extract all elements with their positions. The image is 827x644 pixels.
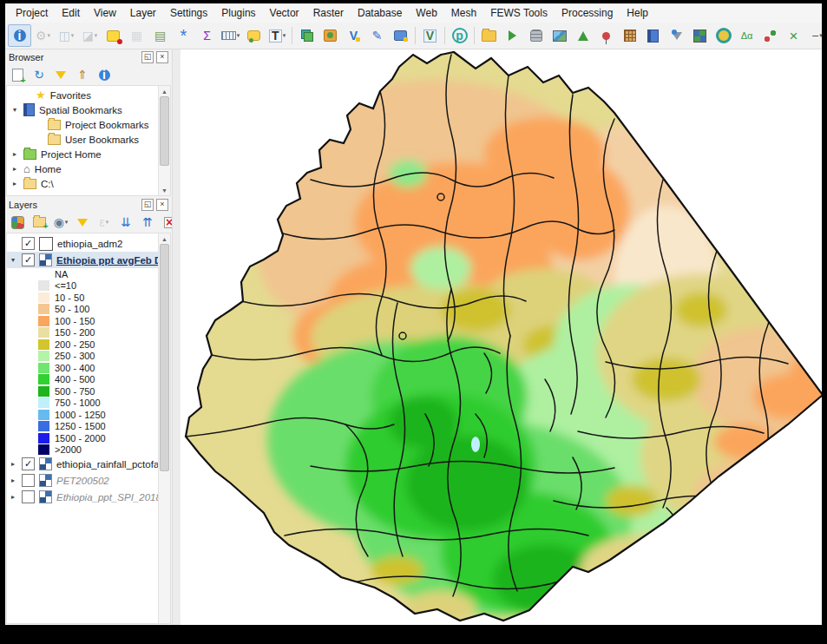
layer-visibility-checkbox[interactable] — [22, 490, 35, 503]
legend-class-row[interactable]: 10 - 50 — [7, 292, 159, 304]
menu-plugins[interactable]: Plugins — [214, 5, 262, 21]
legend-class-row[interactable]: 200 - 250 — [7, 338, 159, 351]
expand-all-button[interactable]: ⇊ — [115, 213, 136, 233]
scroll-thumb[interactable] — [160, 96, 169, 166]
layer-row-ethiopia-rainfall-pctofavg-comp1[interactable]: ▸ethiopia_rainfall_pctofavg_comp1 — [7, 456, 159, 472]
legend-class-row[interactable]: 500 - 750 — [7, 385, 159, 398]
manage-map-themes-button[interactable]: ◉▾ — [50, 213, 71, 233]
attribute-editor-button[interactable] — [618, 24, 641, 47]
menu-raster[interactable]: Raster — [306, 5, 351, 21]
layout-manager-button[interactable]: ▤ — [148, 24, 172, 47]
menu-processing[interactable]: Processing — [555, 5, 620, 21]
add-group-button[interactable] — [29, 213, 49, 233]
menu-project[interactable]: Project — [9, 5, 55, 21]
browser-item-spatial-bookmarks[interactable]: ▾Spatial Bookmarks — [7, 102, 159, 117]
browser-item-home[interactable]: ▸⌂Home — [7, 161, 159, 176]
menu-settings[interactable]: Settings — [163, 5, 214, 21]
layer-visibility-checkbox[interactable] — [22, 253, 35, 266]
filter-by-expression-button[interactable]: ε▾ — [94, 213, 115, 233]
expander-icon[interactable]: ▸ — [10, 165, 19, 173]
legend-class-row[interactable]: 750 - 1000 — [7, 398, 159, 410]
properties-widget-button[interactable] — [94, 65, 115, 85]
legend-class-row[interactable]: 150 - 200 — [7, 327, 159, 339]
menu-view[interactable]: View — [87, 5, 123, 21]
new-geopackage-layer-button[interactable] — [295, 24, 318, 47]
undock-panel-icon[interactable]: ◱ — [141, 51, 154, 63]
identify-features-button[interactable] — [8, 24, 31, 47]
statistical-summary-button[interactable]: Σ — [195, 24, 219, 47]
processing-toolbox-button[interactable]: * — [172, 24, 195, 47]
node-editor-button[interactable] — [758, 24, 782, 47]
browser-item-user-bookmarks[interactable]: User Bookmarks — [7, 132, 159, 147]
legend-class-row[interactable]: 250 - 300 — [7, 351, 159, 363]
layer-visibility-checkbox[interactable] — [22, 457, 35, 470]
menu-edit[interactable]: Edit — [55, 5, 87, 21]
menu-vector[interactable]: Vector — [263, 5, 306, 21]
eye-dropper-tool-button[interactable] — [712, 24, 735, 47]
layer-row-ethiopia-ppt-spi-2018feb-dek2-to[interactable]: ▸Ethiopia_ppt_SPI_2018Feb_Dek2_to — [7, 489, 159, 505]
expander-icon[interactable]: ▸ — [9, 493, 17, 501]
menu-database[interactable]: Database — [351, 5, 409, 21]
browser-item-project-bookmarks[interactable]: Project Bookmarks — [7, 117, 159, 132]
scroll-thumb[interactable] — [160, 244, 169, 471]
measure-line-button[interactable]: ▾ — [219, 24, 242, 47]
menu-help[interactable]: Help — [620, 5, 655, 21]
layer-row-ethiopia-ppt-avgfeb-dek1-to-may[interactable]: ▾Ethiopia ppt avgFeb Dek1 to May_ — [7, 252, 159, 268]
new-spatialite-layer-button[interactable] — [389, 24, 412, 47]
add-selected-layers-button[interactable] — [7, 65, 28, 85]
filter-browser-button[interactable] — [50, 65, 71, 85]
legend-class-row[interactable]: <=10 — [7, 280, 159, 292]
filter-legend-button[interactable] — [72, 213, 93, 233]
expander-icon[interactable]: ▸ — [9, 476, 17, 484]
legend-class-row[interactable]: 1250 - 1500 — [7, 421, 159, 433]
new-annotation-button[interactable] — [102, 24, 125, 47]
checker-map-tool-button[interactable] — [688, 24, 712, 47]
collapse-all-button[interactable]: ⇑ — [72, 65, 93, 85]
open-data-folder-button[interactable] — [477, 24, 501, 47]
refresh-button[interactable]: ↻ — [29, 65, 49, 85]
clip-raster-button[interactable]: ◪▾ — [78, 24, 102, 47]
import-vector-button[interactable] — [571, 24, 594, 47]
remove-item-button[interactable]: −▾ — [805, 24, 827, 47]
legend-class-row[interactable]: 1500 - 2000 — [7, 432, 159, 444]
expander-icon[interactable]: ▾ — [10, 106, 19, 114]
menu-fews-tools[interactable]: FEWS Tools — [483, 5, 555, 21]
map-canvas[interactable] — [180, 49, 822, 625]
close-panel-icon[interactable]: × — [156, 199, 168, 211]
map-tips-button[interactable] — [242, 24, 266, 47]
filter-globe-button[interactable] — [665, 24, 688, 47]
legend-class-row[interactable]: 100 - 150 — [7, 315, 159, 327]
log-book-button[interactable] — [641, 24, 665, 47]
topology-checker-button[interactable]: Δα — [735, 24, 758, 47]
layer-row-pet200502[interactable]: ▸PET200502 — [7, 472, 159, 489]
collapse-all-layers-button[interactable]: ⇈ — [137, 213, 158, 233]
legend-class-row[interactable]: 1000 - 1250 — [7, 409, 159, 421]
field-options-button[interactable]: ⚙▾ — [31, 24, 55, 47]
menu-web[interactable]: Web — [409, 5, 443, 21]
open-layer-styling-button[interactable] — [7, 213, 28, 233]
text-annotation-button[interactable]: ▾ — [266, 24, 289, 47]
new-temporary-scratch-layer-button[interactable]: ✎ — [365, 24, 389, 47]
processing-provider-button[interactable] — [448, 24, 471, 47]
browser-item-c[interactable]: ▸C:\ — [7, 176, 159, 191]
layer-visibility-checkbox[interactable] — [22, 237, 35, 250]
expander-icon[interactable]: ▸ — [10, 150, 19, 158]
legend-class-row[interactable]: 50 - 100 — [7, 304, 159, 316]
close-panel-icon[interactable]: × — [156, 51, 168, 63]
legend-class-row[interactable]: 300 - 400 — [7, 362, 159, 374]
menu-mesh[interactable]: Mesh — [444, 5, 483, 21]
add-vector-layer-button[interactable] — [418, 24, 442, 47]
legend-class-row[interactable]: NA — [7, 268, 159, 280]
browser-item-favorites[interactable]: ★Favorites — [7, 88, 159, 102]
select-by-rectangle-button[interactable]: ◫▾ — [55, 24, 78, 47]
scroll-down-icon[interactable]: ▼ — [161, 185, 167, 195]
run-model-button[interactable] — [501, 24, 524, 47]
georeferencer-button[interactable] — [594, 24, 618, 47]
attribute-table-button[interactable]: ▦ — [125, 24, 148, 47]
new-virtual-layer-button[interactable] — [342, 24, 365, 47]
undock-panel-icon[interactable]: ◱ — [141, 199, 154, 211]
legend-class-row[interactable]: >2000 — [7, 444, 159, 457]
expander-icon[interactable]: ▾ — [9, 256, 17, 264]
expander-icon[interactable]: ▸ — [10, 180, 19, 187]
layer-row-ethiopia-adm2[interactable]: ethiopia_adm2 — [7, 235, 159, 252]
